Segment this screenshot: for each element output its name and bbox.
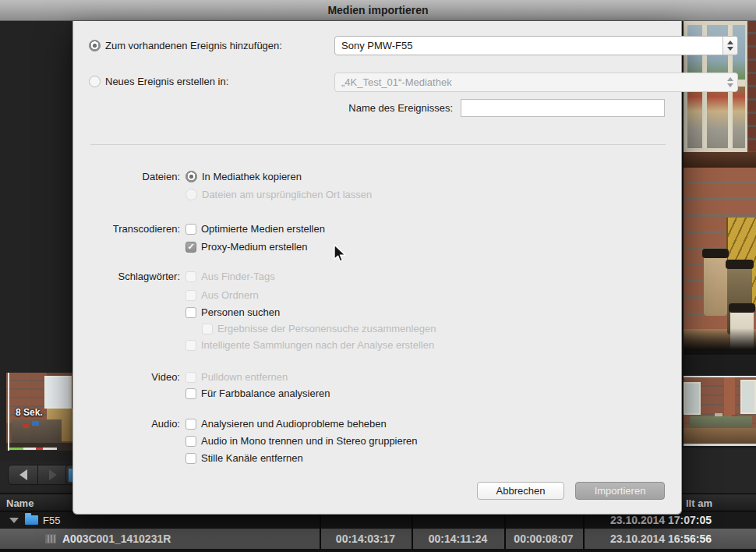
column-header-name[interactable]: Name [6, 497, 34, 509]
chevron-up-icon [727, 77, 733, 81]
import-options-dialog: Zum vorhandenen Ereignis hinzufügen: Son… [72, 21, 682, 515]
photo-shadow-fade [684, 328, 756, 355]
checkbox-remove-silent-channels[interactable] [185, 453, 196, 464]
copy-to-library-label: In Mediathek kopieren [202, 171, 302, 182]
find-people-label: Personen suchen [201, 306, 280, 318]
clip-created-date: 23.10.2014 16:56:56 [583, 533, 739, 545]
radio-copy-to-library[interactable] [185, 171, 197, 182]
jar-lid [702, 249, 729, 258]
from-finder-tags-label: Aus Finder-Tags [201, 271, 275, 282]
checkbox-from-folders [185, 290, 196, 301]
thumbnail-item [23, 424, 29, 428]
from-folders-label: Aus Ordnern [201, 289, 259, 301]
browser-toolbar [0, 462, 74, 491]
clip-thumbnail[interactable]: 8 Sek. [6, 373, 74, 451]
checkbox-remove-pulldown [185, 372, 196, 383]
create-proxy-media-label: Proxy-Medium erstellen [201, 241, 308, 253]
jar-lid [726, 260, 754, 269]
separate-mono-group-stereo-label: Audio in Mono trennen und in Stereo grup… [201, 435, 418, 447]
checkbox-from-finder-tags [185, 271, 196, 282]
window-titlebar[interactable]: Medien importieren [0, 0, 756, 21]
checkbox-create-proxy-media[interactable]: ✓ [185, 242, 196, 253]
checkbox-consolidate-people-results [202, 324, 213, 334]
existing-event-popup[interactable]: Sony PMW-F55 [334, 36, 738, 55]
checkbox-smart-collections-after-analysis [185, 340, 196, 351]
import-button[interactable]: Importieren [575, 482, 665, 500]
clip-start-timecode: 00:14:03:17 [320, 533, 412, 545]
photo-jar [704, 255, 727, 316]
thumbnail-window [740, 380, 756, 414]
leave-in-place-label: Dateien am ursprünglichen Ort lassen [202, 189, 372, 200]
popup-stepper-icon [722, 73, 737, 91]
thumbnail-item [32, 421, 39, 426]
analyze-color-balance-label: Für Farbbalance analysieren [201, 387, 330, 399]
clip-icon [45, 534, 56, 543]
existing-event-value: Sony PMW-F55 [335, 40, 722, 51]
column-header-created[interactable]: llt am [686, 497, 712, 509]
section-divider [90, 144, 666, 145]
right-arrow-icon [49, 469, 57, 480]
jar-lid [729, 303, 755, 313]
history-segmented-control [8, 465, 69, 485]
chevron-up-icon [727, 41, 733, 44]
folder-created-date: 23.10.2014 17:07:05 [583, 514, 739, 526]
transcode-section-label: Transcodieren: [73, 222, 180, 235]
keywords-section-label: Schlagwörter: [73, 270, 180, 283]
folder-icon [25, 515, 38, 525]
chevron-down-icon [727, 83, 733, 87]
add-to-existing-label: Zum vorhandenen Ereignis hinzufügen: [105, 40, 282, 51]
background-photo [684, 21, 756, 355]
radio-add-to-existing-event[interactable] [89, 40, 101, 51]
browser-panel-spacer [682, 448, 756, 494]
radio-create-new-event[interactable] [89, 76, 101, 87]
consolidate-people-results-label: Ergebnisse der Personensuche zusammenleg… [217, 323, 436, 334]
filmstrip-edge [8, 373, 9, 451]
checkbox-find-people[interactable] [185, 307, 196, 318]
browser-left-panel: 8 Sek. [0, 21, 74, 494]
table-row-clip-selected[interactable]: A003C001_1410231R 00:14:03:17 00:14:11:2… [0, 529, 756, 549]
fcpx-import-window: Medien importieren 8 Sek. [0, 0, 756, 552]
window-bottom-edge [0, 549, 756, 552]
back-button[interactable] [8, 465, 38, 485]
event-name-label: Name des Ereignisses: [260, 102, 453, 114]
clip-duration-timecode: 00:00:08:07 [504, 533, 583, 545]
create-new-event-label: Neues Ereignis erstellen in: [105, 76, 228, 87]
checkbox-separate-mono-group-stereo[interactable] [185, 436, 196, 447]
photo-window-sill [684, 152, 756, 168]
cancel-button[interactable]: Abbrechen [477, 482, 564, 500]
folder-name[interactable]: F55 [43, 515, 60, 526]
event-name-input[interactable] [461, 99, 665, 117]
photo-brick-pillar [747, 21, 756, 152]
remove-pulldown-label: Pulldown entfernen [201, 371, 288, 383]
radio-leave-in-place [185, 189, 197, 200]
new-event-library-popup: „4K_Test_01“-Mediathek [334, 73, 738, 92]
filmstrip-range-bar [9, 448, 57, 450]
forward-button[interactable] [38, 465, 69, 485]
duration-badge: 8 Sek. [16, 407, 43, 418]
clip-name[interactable]: A003C001_1410231R [62, 533, 171, 545]
left-arrow-icon [19, 469, 27, 480]
popup-stepper-icon [722, 37, 737, 55]
remove-silent-channels-label: Stille Kanäle entfernen [201, 452, 303, 464]
clip-end-timecode: 00:14:11:24 [412, 533, 504, 545]
checkbox-analyze-fix-audio-problems[interactable] [185, 419, 196, 430]
analyze-fix-audio-problems-label: Analysieren und Audioprobleme beheben [201, 418, 387, 430]
files-section-label: Dateien: [73, 170, 180, 183]
video-section-label: Video: [73, 370, 180, 384]
create-optimized-media-label: Optimierte Medien erstellen [201, 223, 325, 235]
chevron-down-icon [727, 47, 733, 51]
window-title: Medien importieren [327, 4, 428, 16]
smart-collections-after-analysis-label: Intelligente Sammlungen nach der Analyse… [201, 339, 434, 351]
checkbox-create-optimized-media[interactable] [185, 224, 196, 235]
thumbnail-window [44, 376, 72, 409]
audio-section-label: Audio: [73, 417, 180, 430]
disclosure-triangle-icon[interactable] [9, 518, 19, 523]
thumbnail-floor [684, 428, 756, 444]
checkbox-analyze-color-balance[interactable] [185, 388, 196, 399]
thumbnail-chimney [724, 377, 735, 420]
clip-thumbnail[interactable] [684, 376, 756, 446]
thumbnail-window [684, 382, 701, 415]
new-event-library-value: „4K_Test_01“-Mediathek [335, 76, 722, 88]
